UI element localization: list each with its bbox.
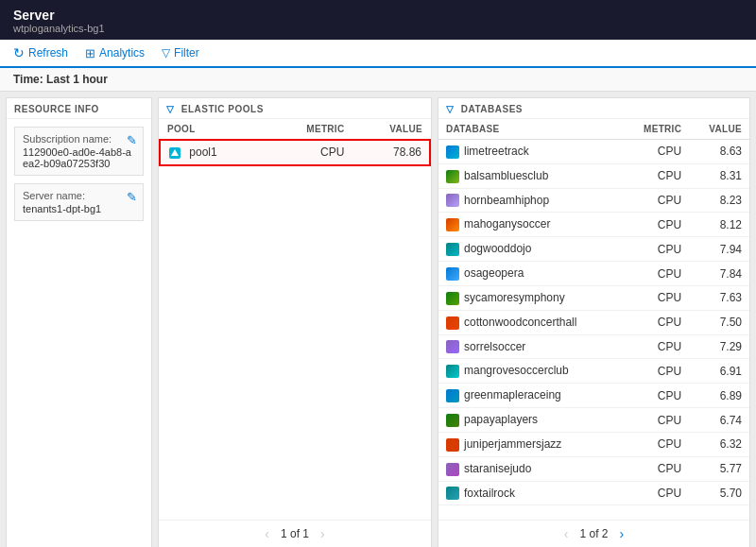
db-name-cell: staranisejudo (438, 456, 622, 481)
database-row[interactable]: sorrelsoccer CPU 7.29 (438, 334, 749, 359)
server-label: Server name: (23, 190, 135, 201)
analytics-label: Analytics (99, 46, 145, 60)
refresh-label: Refresh (28, 46, 68, 60)
elastic-pools-panel: ▽ ELASTIC POOLS POOL METRIC VALUE (158, 97, 432, 547)
db-value-cell: 8.31 (689, 163, 749, 188)
db-metric-cell: CPU (622, 262, 689, 286)
database-row[interactable]: limetreetrack CPU 8.63 (438, 140, 749, 164)
pool-metric-cell: CPU (266, 140, 352, 165)
database-row[interactable]: cottonwoodconcerthall CPU 7.50 (438, 310, 749, 334)
main-content: RESOURCE INFO Subscription name: 112900e… (0, 92, 756, 547)
db-metric-cell: CPU (622, 188, 689, 213)
database-row[interactable]: foxtailrock CPU 5.70 (438, 481, 749, 505)
db-metric-cell: CPU (622, 310, 689, 334)
elastic-pools-table: POOL METRIC VALUE (159, 119, 431, 166)
subscription-edit-icon[interactable]: ✎ (127, 133, 137, 147)
db-name-cell: juniperjammersjazz (438, 432, 622, 456)
database-row[interactable]: mahoganysoccer CPU 8.12 (438, 213, 749, 237)
databases-table-container: DATABASE METRIC VALUE limetreetrack CPU (438, 119, 749, 520)
elastic-pools-header: ▽ ELASTIC POOLS (159, 98, 431, 119)
db-metric-cell: CPU (622, 285, 689, 310)
db-name-cell: mahoganysoccer (438, 213, 622, 237)
db-value-cell: 7.29 (689, 334, 749, 359)
server-edit-icon[interactable]: ✎ (127, 190, 137, 204)
db-value-cell: 7.50 (689, 310, 749, 334)
database-icon (446, 218, 459, 231)
databases-table: DATABASE METRIC VALUE limetreetrack CPU (438, 119, 749, 505)
database-row[interactable]: osageopera CPU 7.84 (438, 262, 749, 286)
db-metric-cell: CPU (622, 384, 689, 408)
pool-row[interactable]: pool1 CPU 78.86 (160, 140, 430, 165)
db-metric-cell: CPU (622, 334, 689, 359)
db-metric-cell: CPU (622, 213, 689, 237)
db-value-cell: 7.84 (689, 262, 749, 286)
databases-filter-icon: ▽ (446, 104, 455, 114)
database-icon (446, 145, 459, 159)
resource-info-content: Subscription name: 112900e0-ad0e-4ab8-ae… (7, 119, 151, 236)
database-row[interactable]: dogwooddojo CPU 7.94 (438, 237, 749, 262)
database-icon (446, 365, 459, 378)
value-col-header: VALUE (352, 119, 430, 140)
database-icon (446, 463, 459, 476)
server-block: Server name: tenants1-dpt-bg1 ✎ (14, 183, 144, 221)
toolbar: ↻ Refresh ⊞ Analytics ▽ Filter (0, 40, 756, 68)
database-icon (446, 340, 459, 353)
db-metric-col-header: METRIC (622, 119, 689, 140)
db-metric-cell: CPU (622, 163, 689, 188)
db-name-cell: balsambluesclub (438, 163, 622, 188)
db-metric-cell: CPU (622, 481, 689, 505)
database-row[interactable]: papayaplayers CPU 6.74 (438, 408, 749, 433)
analytics-button[interactable]: ⊞ Analytics (85, 46, 145, 60)
db-col-header: DATABASE (438, 119, 622, 140)
database-icon (446, 194, 459, 207)
db-value-cell: 6.74 (689, 408, 749, 433)
elastic-pools-filter-icon: ▽ (166, 104, 175, 114)
db-value-cell: 8.23 (689, 188, 749, 213)
refresh-icon: ↻ (13, 45, 25, 60)
db-page-info: 1 of 2 (579, 527, 608, 540)
db-name-cell: limetreetrack (438, 140, 622, 164)
db-metric-cell: CPU (622, 432, 689, 456)
elastic-pools-pagination: ‹ 1 of 1 › (159, 520, 431, 547)
elastic-pools-table-container: POOL METRIC VALUE (159, 119, 431, 520)
database-icon (446, 487, 459, 500)
db-metric-cell: CPU (622, 359, 689, 384)
database-icon (446, 414, 459, 427)
db-prev-btn[interactable]: ‹ (560, 526, 573, 541)
database-row[interactable]: sycamoresymphony CPU 7.63 (438, 285, 749, 310)
pools-page-info: 1 of 1 (281, 527, 309, 540)
db-name-cell: sycamoresymphony (438, 285, 622, 310)
db-name-cell: mangrovesoccerclub (438, 359, 622, 384)
db-value-cell: 5.77 (689, 456, 749, 481)
db-next-btn[interactable]: › (616, 526, 628, 541)
metric-col-header: METRIC (266, 119, 352, 140)
header-subtitle: wtploganalytics-bg1 (13, 23, 743, 34)
database-row[interactable]: hornbeamhiphop CPU 8.23 (438, 188, 749, 213)
database-row[interactable]: greenmapleraceing CPU 6.89 (438, 384, 749, 408)
subscription-value: 112900e0-ad0e-4ab8-aea2-b09a07253f30 (23, 146, 135, 169)
filter-label: Filter (174, 46, 199, 60)
db-value-col-header: VALUE (689, 119, 749, 140)
db-name-cell: papayaplayers (438, 408, 622, 433)
database-row[interactable]: staranisejudo CPU 5.77 (438, 456, 749, 481)
database-row[interactable]: mangrovesoccerclub CPU 6.91 (438, 359, 749, 384)
database-icon (446, 316, 459, 330)
filter-button[interactable]: ▽ Filter (162, 46, 199, 60)
db-metric-cell: CPU (622, 408, 689, 433)
db-name-cell: osageopera (438, 262, 622, 286)
db-value-cell: 8.63 (689, 140, 749, 164)
database-icon (446, 292, 459, 305)
pool-icon (168, 146, 181, 160)
db-value-cell: 5.70 (689, 481, 749, 505)
pools-prev-btn[interactable]: ‹ (261, 526, 273, 541)
db-value-cell: 6.32 (689, 432, 749, 456)
resource-info-header: RESOURCE INFO (7, 98, 151, 119)
database-icon (446, 170, 459, 183)
database-row[interactable]: juniperjammersjazz CPU 6.32 (438, 432, 749, 456)
pools-next-btn[interactable]: › (317, 526, 329, 541)
database-row[interactable]: balsambluesclub CPU 8.31 (438, 163, 749, 188)
db-metric-cell: CPU (622, 237, 689, 262)
db-name-cell: greenmapleraceing (438, 384, 622, 408)
db-value-cell: 6.89 (689, 384, 749, 408)
refresh-button[interactable]: ↻ Refresh (13, 45, 68, 60)
